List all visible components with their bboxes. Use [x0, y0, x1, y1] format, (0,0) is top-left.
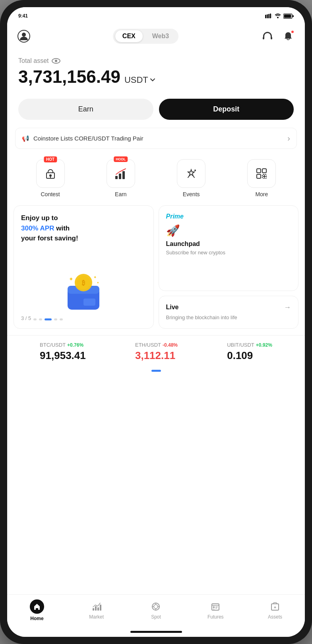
ticker-eth[interactable]: ETH/USDT -0.48% 3,112.11 [135, 342, 178, 362]
asset-currency[interactable]: USDT [124, 75, 155, 85]
profile-icon[interactable] [17, 29, 31, 43]
more-label: More [255, 191, 268, 197]
announcement-chevron: › [287, 134, 290, 143]
nav-assets[interactable]: Assets [263, 601, 287, 620]
notification-icon[interactable] [281, 29, 295, 43]
total-asset-label: Total asset [18, 57, 294, 64]
svg-point-16 [49, 174, 52, 177]
savings-card[interactable]: Enjoy up to 300% APR with your forst sav… [14, 205, 154, 329]
svg-rect-43 [215, 608, 217, 609]
quick-item-more[interactable]: More [247, 159, 276, 197]
svg-text:✦: ✦ [69, 276, 74, 282]
svg-rect-41 [213, 607, 215, 608]
svg-rect-1 [267, 14, 268, 18]
launchpad-card[interactable]: Prime 🚀 Launchpad Subscribe for new cryp… [159, 205, 299, 291]
svg-point-10 [22, 33, 26, 37]
svg-rect-36 [97, 607, 99, 611]
btc-price: 91,953.41 [40, 349, 86, 362]
nav-futures[interactable]: Futures [203, 601, 227, 620]
megaphone-icon: 📢 [22, 135, 29, 142]
quick-icons-row: HOT Contest HODL [7, 155, 305, 205]
home-icon [30, 599, 44, 614]
launchpad-title: Launchpad [166, 240, 291, 248]
svg-rect-3 [270, 14, 271, 18]
support-icon[interactable] [260, 29, 275, 43]
svg-point-14 [55, 60, 57, 62]
futures-label: Futures [207, 614, 224, 620]
spot-icon [150, 601, 161, 612]
ticker-section: BTC/USDT +0.76% 91,953.41 ETH/USDT -0.48… [7, 335, 305, 367]
live-arrow: → [284, 303, 291, 312]
right-cards-col: Prime 🚀 Launchpad Subscribe for new cryp… [159, 205, 299, 329]
spot-label: Spot [151, 614, 161, 620]
asset-amount: 3,731,156.49 USDT [18, 67, 294, 87]
ticker-page-dot [151, 370, 161, 372]
header-actions [260, 29, 295, 43]
nav-spot[interactable]: Spot [144, 601, 168, 620]
tab-web3[interactable]: Web3 [145, 30, 176, 42]
ticker-ubit[interactable]: UBIT/USDT +0.92% 0.109 [227, 342, 272, 362]
header: CEX Web3 [7, 25, 305, 49]
svg-rect-33 [83, 299, 95, 306]
ticker-btc[interactable]: BTC/USDT +0.76% 91,953.41 [40, 342, 86, 362]
tab-cex[interactable]: CEX [115, 30, 143, 42]
launchpad-subtitle: Subscribe for new cryptos [166, 249, 291, 256]
assets-label: Assets [268, 614, 282, 620]
earn-label: Earn [115, 191, 127, 197]
announcement-banner[interactable]: 📢 Coinstore Lists CORE/USDT Trading Pair… [15, 128, 297, 149]
svg-point-5 [277, 17, 279, 18]
savings-illustration: ₿ ✦ ✦ ✦ [21, 244, 146, 314]
svg-rect-21 [257, 169, 261, 173]
svg-rect-34 [93, 608, 94, 611]
savings-page: 3 / 5 [21, 315, 146, 321]
quick-item-earn[interactable]: HODL Earn [107, 159, 135, 197]
announcement-text: Coinstore Lists CORE/USDT Trading Pair [33, 135, 143, 142]
exchange-tabs: CEX Web3 [113, 29, 178, 44]
quick-item-events[interactable]: Events [177, 159, 205, 197]
svg-rect-23 [257, 174, 261, 178]
promo-cards: Enjoy up to 300% APR with your forst sav… [7, 205, 305, 335]
svg-rect-2 [268, 14, 269, 18]
earn-button[interactable]: Earn [18, 99, 153, 120]
deposit-button[interactable]: Deposit [159, 99, 294, 120]
live-subtitle: Bringing the blockchain into life [166, 314, 291, 321]
home-indicator [130, 631, 182, 633]
assets-icon [269, 601, 281, 612]
svg-text:✦: ✦ [97, 281, 99, 285]
svg-text:✦: ✦ [93, 275, 97, 279]
svg-rect-19 [122, 171, 125, 179]
ubit-price: 0.109 [227, 349, 272, 362]
prime-label: Prime [166, 213, 291, 220]
asset-section: Total asset 3,731,156.49 USDT [7, 49, 305, 93]
asset-value: 3,731,156.49 [18, 67, 120, 87]
svg-rect-7 [284, 14, 291, 18]
events-label: Events [183, 191, 200, 197]
svg-rect-22 [262, 169, 266, 173]
svg-rect-35 [95, 606, 97, 611]
svg-rect-0 [265, 15, 266, 18]
eth-price: 3,112.11 [135, 349, 178, 362]
svg-point-39 [154, 605, 158, 609]
bottom-navigation: Home Market [7, 594, 305, 631]
main-content: Total asset 3,731,156.49 USDT Earn [7, 49, 305, 594]
action-buttons: Earn Deposit [7, 93, 305, 128]
svg-point-20 [194, 170, 196, 171]
market-label: Market [89, 614, 104, 620]
svg-rect-4 [271, 14, 272, 18]
svg-rect-12 [271, 37, 272, 39]
svg-rect-17 [115, 176, 118, 179]
svg-rect-18 [119, 174, 121, 179]
market-icon [91, 601, 102, 612]
quick-item-contest[interactable]: HOT Contest [36, 159, 65, 197]
nav-home[interactable]: Home [25, 599, 49, 621]
savings-headline: Enjoy up to 300% APR with your forst sav… [21, 213, 146, 244]
svg-rect-11 [263, 37, 264, 39]
nav-market[interactable]: Market [85, 601, 109, 620]
status-bar: 9:41 [7, 7, 305, 25]
home-label: Home [30, 616, 43, 621]
svg-text:₿: ₿ [82, 279, 85, 286]
contest-label: Contest [41, 191, 60, 197]
svg-rect-8 [293, 15, 294, 17]
notification-badge [291, 30, 295, 34]
live-card[interactable]: Live → Bringing the blockchain into life [159, 296, 299, 329]
